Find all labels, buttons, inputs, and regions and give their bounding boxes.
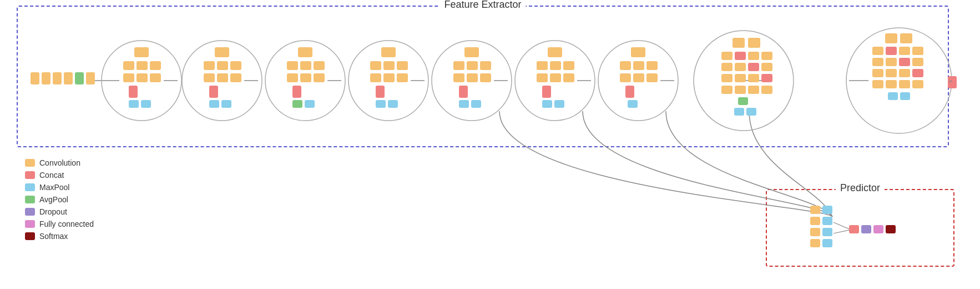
legend-color-conv: [25, 159, 35, 167]
legend-label-softmax: Softmax: [39, 232, 68, 241]
legend-item-fc: Fully connected: [25, 220, 94, 228]
legend-item-conv: Convolution: [25, 158, 94, 167]
svg-line-136: [949, 81, 952, 82]
legend-item-softmax: Softmax: [25, 232, 94, 241]
predictor-box: Predictor: [766, 189, 954, 267]
legend-item-concat: Concat: [25, 171, 94, 180]
legend-item-avgpool: AvgPool: [25, 195, 94, 204]
legend-color-avgpool: [25, 196, 35, 203]
predictor-label: Predictor: [836, 182, 885, 194]
feature-extractor-label: Feature Extractor: [440, 0, 526, 11]
main-container: Feature Extractor Predictor: [0, 0, 980, 289]
legend-color-dropout: [25, 208, 35, 216]
legend-label-avgpool: AvgPool: [39, 195, 68, 204]
legend-color-fc: [25, 220, 35, 228]
legend-color-concat: [25, 171, 35, 179]
legend-label-fc: Fully connected: [39, 220, 94, 228]
legend-label-maxpool: MaxPool: [39, 183, 69, 192]
legend: Convolution Concat MaxPool AvgPool Dropo…: [25, 158, 94, 241]
legend-label-concat: Concat: [39, 171, 64, 180]
legend-item-dropout: Dropout: [25, 207, 94, 216]
legend-label-dropout: Dropout: [39, 207, 67, 216]
legend-color-maxpool: [25, 183, 35, 191]
legend-color-softmax: [25, 232, 35, 240]
svg-rect-135: [948, 76, 957, 88]
legend-label-conv: Convolution: [39, 158, 80, 167]
feature-extractor-box: Feature Extractor: [17, 6, 949, 147]
legend-item-maxpool: MaxPool: [25, 183, 94, 192]
